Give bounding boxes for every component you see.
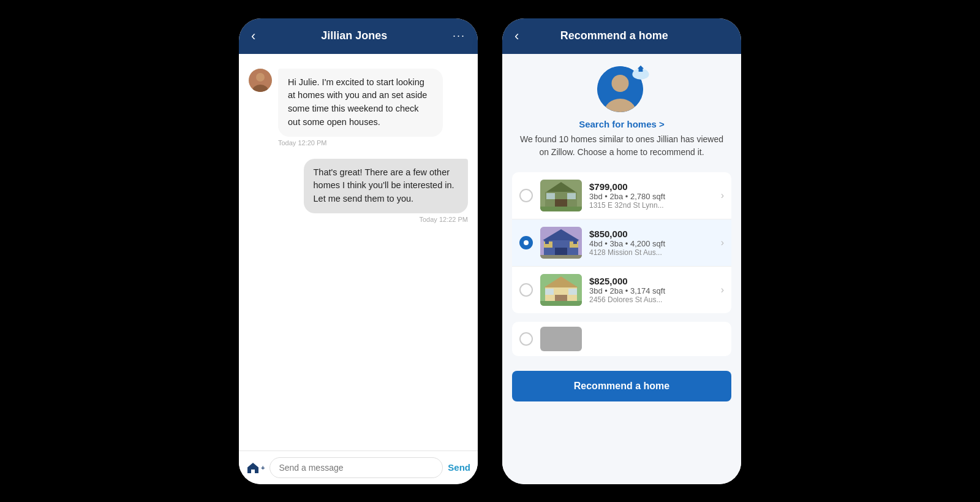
svg-rect-24 (540, 255, 582, 259)
listing-details: 3bd • 2ba • 3,174 sqft (589, 286, 714, 295)
agent-hero: Search for homes > We found 10 homes sim… (512, 66, 731, 164)
svg-point-1 (256, 73, 265, 82)
listing-address: 2456 Dolores St Aus... (589, 295, 714, 304)
attach-home-button[interactable]: + (246, 462, 265, 474)
svg-rect-14 (567, 193, 576, 199)
svg-point-4 (612, 75, 629, 92)
listing-price: $850,000 (589, 229, 714, 239)
chat-header: ‹ Jillian Jones ··· (239, 18, 478, 54)
received-bubble: Hi Julie. I'm excited to start looking a… (278, 69, 443, 137)
svg-rect-13 (546, 193, 555, 199)
listing-radio-1[interactable] (519, 189, 533, 202)
listing-price: $825,000 (589, 276, 714, 286)
recommend-body: Search for homes > We found 10 homes sim… (502, 54, 741, 484)
listing-info-3: $825,000 3bd • 2ba • 3,174 sqft 2456 Dol… (589, 276, 714, 304)
listing-thumbnail-2 (540, 227, 582, 259)
message-row: Hi Julie. I'm excited to start looking a… (249, 69, 468, 146)
send-button[interactable]: Send (448, 462, 470, 473)
recommend-phone: ‹ Recommend a home (502, 18, 741, 484)
listing-details: 4bd • 3ba • 4,200 sqft (589, 239, 714, 248)
chat-body: Hi Julie. I'm excited to start looking a… (239, 54, 478, 451)
message-row: That's great! There are a few other home… (249, 159, 468, 223)
listing-radio-3[interactable] (519, 283, 533, 297)
listing-address: 1315 E 32nd St Lynn... (589, 201, 714, 210)
svg-rect-30 (568, 289, 577, 295)
listing-item[interactable]: $850,000 4bd • 3ba • 4,200 sqft 4128 Mis… (512, 219, 731, 267)
recommend-header: ‹ Recommend a home (502, 18, 741, 54)
listing-thumbnail-3 (540, 274, 582, 306)
listing-thumbnail-partial (540, 327, 582, 351)
listing-info-2: $850,000 4bd • 3ba • 4,200 sqft 4128 Mis… (589, 229, 714, 257)
svg-rect-31 (540, 301, 582, 306)
received-bubble-wrap: Hi Julie. I'm excited to start looking a… (278, 69, 443, 146)
message-timestamp: Today 12:22 PM (420, 216, 469, 223)
recommend-footer: Recommend a home (512, 365, 731, 411)
chat-phone: ‹ Jillian Jones ··· Hi Julie. I'm excite… (239, 18, 478, 484)
listing-info-1: $799,000 3bd • 2ba • 2,780 sqft 1315 E 3… (589, 181, 714, 210)
listing-item[interactable]: $799,000 3bd • 2ba • 2,780 sqft 1315 E 3… (512, 172, 731, 219)
search-homes-link[interactable]: Search for homes > (579, 119, 665, 129)
listing-thumbnail-1 (540, 180, 582, 211)
listing-list: $799,000 3bd • 2ba • 2,780 sqft 1315 E 3… (512, 172, 731, 313)
avatar (249, 69, 272, 92)
agent-avatar-wrap (597, 66, 646, 115)
cloud-home-icon (630, 61, 651, 82)
listing-price: $799,000 (589, 181, 714, 192)
message-input[interactable] (270, 457, 443, 478)
listing-radio-4[interactable] (519, 332, 533, 346)
listing-item[interactable]: $825,000 3bd • 2ba • 3,174 sqft 2456 Dol… (512, 267, 731, 313)
recommend-description: We found 10 homes similar to ones Jillia… (512, 133, 731, 159)
chat-input-bar: + Send (239, 451, 478, 484)
sent-bubble: That's great! There are a few other home… (304, 159, 469, 213)
plus-icon: + (261, 464, 265, 471)
listing-details: 3bd • 2ba • 2,780 sqft (589, 192, 714, 201)
chevron-right-icon: › (721, 237, 724, 248)
listing-address: 4128 Mission St Aus... (589, 248, 714, 257)
svg-rect-23 (573, 239, 577, 244)
sent-bubble-wrap: That's great! There are a few other home… (304, 159, 469, 223)
recommend-back-button[interactable]: ‹ (514, 28, 519, 44)
partial-listing (512, 322, 731, 356)
chat-more-button[interactable]: ··· (453, 29, 466, 42)
listing-radio-2[interactable] (519, 236, 533, 249)
svg-rect-22 (545, 239, 549, 244)
chat-header-title: Jillian Jones (321, 29, 387, 42)
svg-rect-15 (540, 207, 582, 211)
recommend-home-button[interactable]: Recommend a home (512, 371, 731, 401)
message-timestamp: Today 12:20 PM (278, 139, 443, 146)
svg-rect-29 (545, 289, 554, 295)
chevron-right-icon: › (721, 190, 724, 201)
chevron-right-icon: › (721, 284, 724, 295)
recommend-header-title: Recommend a home (560, 29, 668, 42)
chat-back-button[interactable]: ‹ (251, 28, 255, 44)
